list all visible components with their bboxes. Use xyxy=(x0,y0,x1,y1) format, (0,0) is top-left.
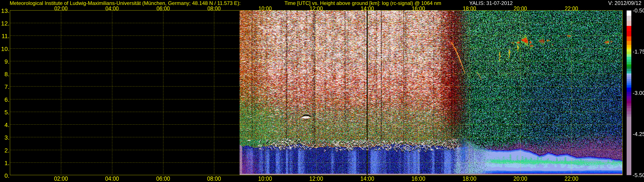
x-tick-label-top: 18:00 xyxy=(462,5,476,12)
x-tick-label-top: 04:00 xyxy=(106,5,119,12)
x-tick-label-top: 14:00 xyxy=(361,5,374,12)
colorbar-tick-label: -5.50 xyxy=(632,172,644,179)
colorbar-tick-label: -1.75 xyxy=(632,48,644,55)
station-date-label: YALIS: 31-07-2012 xyxy=(469,0,512,6)
y-tick-label: 5. xyxy=(0,109,10,116)
y-tick-label: 13. xyxy=(0,7,10,14)
y-tick-label: 0. xyxy=(0,172,10,179)
x-tick-label-bottom: 10:00 xyxy=(258,175,272,182)
x-tick-label-bottom: 12:00 xyxy=(309,175,323,182)
x-tick-label-bottom: 14:00 xyxy=(360,175,374,182)
y-tick-label: 7. xyxy=(0,84,10,91)
y-tick-label: 4. xyxy=(0,122,10,128)
x-tick-label-bottom: 08:00 xyxy=(207,175,221,182)
x-tick-label-bottom: 20:00 xyxy=(514,175,528,182)
y-tick-label: 9. xyxy=(0,58,10,65)
colorbar-tick-label: -4.25 xyxy=(632,131,644,137)
plot-title: Time [UTC] vs. Height above ground [km]:… xyxy=(284,0,441,6)
institute-title: Meteorological Institute of Ludwig-Maxim… xyxy=(10,0,241,6)
x-tick-label-top: 02:00 xyxy=(54,5,68,12)
y-tick-label: 1. xyxy=(0,160,10,167)
x-tick-label-top: 12:00 xyxy=(310,5,323,12)
x-tick-label-bottom: 16:00 xyxy=(411,175,425,182)
time-height-heatmap-canvas xyxy=(0,0,644,182)
x-tick-label-top: 06:00 xyxy=(156,5,170,12)
version-label: V: 2012/09/12 xyxy=(608,0,642,6)
x-tick-label-bottom: 22:00 xyxy=(564,175,578,182)
x-tick-label-top: 10:00 xyxy=(258,5,272,12)
x-tick-label-top: 08:00 xyxy=(207,5,221,12)
x-tick-label-bottom: 06:00 xyxy=(156,175,170,182)
lidar-quicklook-screen: Meteorological Institute of Ludwig-Maxim… xyxy=(0,0,644,182)
x-tick-label-top: 20:00 xyxy=(514,5,527,12)
y-tick-label: 6. xyxy=(0,96,10,103)
x-tick-label-bottom: 18:00 xyxy=(462,175,476,182)
y-tick-label: 8. xyxy=(0,71,10,78)
y-tick-label: 2. xyxy=(0,147,10,154)
y-tick-label: 10. xyxy=(0,46,10,52)
colorbar-tick-label: -3.00 xyxy=(632,90,644,96)
y-tick-label: 12. xyxy=(0,20,10,27)
x-tick-label-top: 22:00 xyxy=(565,5,578,12)
y-tick-label: 3. xyxy=(0,134,10,141)
x-tick-label-bottom: 02:00 xyxy=(54,175,68,182)
y-tick-label: 11. xyxy=(0,33,10,40)
x-tick-label-top: 16:00 xyxy=(412,5,425,12)
x-tick-label-bottom: 04:00 xyxy=(105,175,119,182)
colorbar-tick-label: -0.50 xyxy=(632,7,644,14)
